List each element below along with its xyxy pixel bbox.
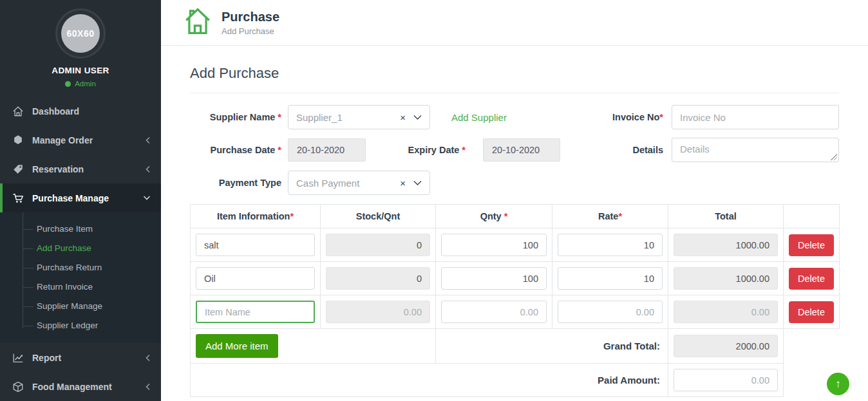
invoice-no-input[interactable] — [672, 105, 839, 129]
chevron-left-icon — [145, 383, 151, 391]
delete-row-button[interactable]: Delete — [789, 234, 834, 256]
sidebar-item-report[interactable]: Report — [0, 343, 161, 372]
purchase-date-input[interactable]: 20-10-2020 — [288, 138, 366, 162]
tag-icon — [12, 163, 24, 175]
item-name-input[interactable] — [196, 234, 315, 256]
qnty-input[interactable] — [441, 267, 547, 290]
page-title: Purchase — [222, 10, 279, 24]
grand-total-row: Add More item Grand Total: — [191, 329, 840, 364]
item-name-input[interactable] — [196, 267, 315, 290]
select-caret-icon[interactable] — [413, 180, 422, 186]
col-header-actions — [784, 205, 840, 228]
home-icon — [12, 106, 24, 117]
sidebar-item-manage-order[interactable]: Manage Order — [0, 126, 161, 154]
select-caret-icon[interactable] — [413, 115, 422, 120]
submenu-item-add-purchase[interactable]: Add Purchase — [0, 239, 161, 258]
avatar-ring: 60X60 — [55, 8, 106, 59]
purchase-manage-submenu: Purchase Item Add Purchase Purchase Retu… — [0, 212, 161, 343]
details-textarea[interactable] — [672, 138, 839, 162]
col-header-qnty: Qnty* — [436, 205, 552, 228]
sidebar-item-label: Dashboard — [32, 106, 79, 117]
submenu-item-purchase-return[interactable]: Purchase Return — [0, 258, 161, 277]
chevron-down-icon — [143, 195, 151, 201]
col-header-rate: Rate* — [552, 205, 668, 228]
rate-input[interactable] — [558, 234, 663, 256]
submenu-item-return-invoice[interactable]: Return Invoice — [0, 277, 161, 297]
total-input — [674, 301, 778, 323]
paid-amount-row: Paid Amount: — [191, 364, 840, 397]
purchase-items-table: Item Information* Stock/Qnt Qnty* Rate* … — [190, 204, 840, 397]
qnty-input[interactable] — [441, 234, 547, 256]
col-header-item-information: Item Information* — [191, 205, 321, 228]
rate-input[interactable] — [558, 267, 663, 290]
user-role-label: Admin — [75, 80, 96, 88]
required-mark: * — [278, 112, 281, 122]
sidebar-item-food-management[interactable]: Food Management — [0, 372, 161, 401]
online-status-icon — [65, 81, 71, 87]
sidebar-item-label: Manage Order — [32, 135, 93, 145]
total-input — [674, 267, 778, 290]
delete-row-button[interactable]: Delete — [789, 301, 834, 323]
stock-qnt-input — [326, 234, 430, 256]
sidebar-item-label: Purchase Manage — [32, 193, 109, 203]
col-header-stock-qnt: Stock/Qnt — [321, 205, 436, 228]
chevron-left-icon — [145, 136, 151, 144]
sidebar-menu: Dashboard Manage Order Reservation — [0, 97, 161, 401]
stock-qnt-input — [326, 301, 430, 323]
sidebar-item-dashboard[interactable]: Dashboard — [0, 97, 161, 126]
required-mark: * — [504, 211, 508, 221]
user-name: ADMIN USER — [0, 66, 161, 75]
paid-amount-label: Paid Amount: — [191, 364, 668, 397]
avatar: 60X60 — [61, 14, 100, 53]
supplier-select-value: Supplier_1 — [296, 112, 400, 123]
home-outline-icon — [185, 6, 211, 39]
stock-qnt-input — [326, 267, 430, 290]
clear-selection-icon[interactable]: × — [400, 178, 406, 189]
sidebar-item-label: Report — [32, 353, 61, 363]
page-header: Purchase Add Purchase — [161, 0, 868, 46]
required-mark: * — [278, 145, 281, 155]
paid-amount-input[interactable] — [674, 369, 778, 391]
supplier-select[interactable]: Supplier_1 × — [288, 105, 430, 129]
submenu-item-supplier-manage[interactable]: Supplier Manage — [0, 297, 161, 316]
chevron-left-icon — [145, 165, 151, 173]
item-name-input[interactable] — [196, 301, 315, 323]
payment-type-label: Payment Type — [190, 178, 281, 188]
add-supplier-link[interactable]: Add Supplier — [451, 112, 507, 123]
add-more-item-button[interactable]: Add More item — [196, 334, 278, 358]
rate-input[interactable] — [558, 301, 663, 323]
sidebar-item-label: Food Management — [32, 382, 112, 392]
col-header-total: Total — [668, 205, 784, 228]
submenu-item-supplier-ledger[interactable]: Supplier Ledger — [0, 316, 161, 335]
chevron-left-icon — [145, 354, 151, 362]
gem-icon — [12, 135, 24, 146]
expiry-date-label: Expiry Date* — [408, 145, 466, 155]
table-row-new: Delete — [191, 295, 840, 329]
cart-icon — [12, 192, 24, 204]
delete-row-button[interactable]: Delete — [789, 268, 834, 290]
sidebar-item-purchase-manage[interactable]: Purchase Manage — [0, 183, 161, 212]
sidebar-item-label: Reservation — [32, 164, 84, 174]
required-mark: * — [290, 211, 294, 221]
up-arrow-icon: ↑ — [835, 378, 841, 391]
scroll-to-top-button[interactable]: ↑ — [827, 373, 849, 395]
required-mark: * — [659, 112, 663, 122]
invoice-no-label: Invoice No* — [612, 112, 663, 122]
chart-line-icon — [12, 352, 24, 364]
payment-type-select[interactable]: Cash Payment × — [288, 171, 430, 195]
total-input — [674, 234, 778, 256]
expiry-date-input[interactable]: 20-10-2020 — [483, 138, 560, 162]
submenu-item-purchase-item[interactable]: Purchase Item — [0, 219, 161, 239]
table-row: Delete — [191, 262, 840, 295]
clear-selection-icon[interactable]: × — [400, 112, 406, 123]
required-mark: * — [462, 145, 466, 155]
qnty-input[interactable] — [441, 301, 547, 323]
grand-total-label: Grand Total: — [436, 329, 668, 364]
sidebar-item-reservation[interactable]: Reservation — [0, 154, 161, 183]
sidebar: 60X60 ADMIN USER Admin Dashboard Manage … — [0, 0, 161, 401]
required-mark: * — [618, 211, 622, 221]
details-label: Details — [632, 145, 663, 155]
purchase-date-label: Purchase Date* — [190, 145, 281, 155]
page-subtitle: Add Purchase — [222, 26, 279, 36]
main-area: Purchase Add Purchase Add Purchase Suppl… — [161, 0, 868, 401]
